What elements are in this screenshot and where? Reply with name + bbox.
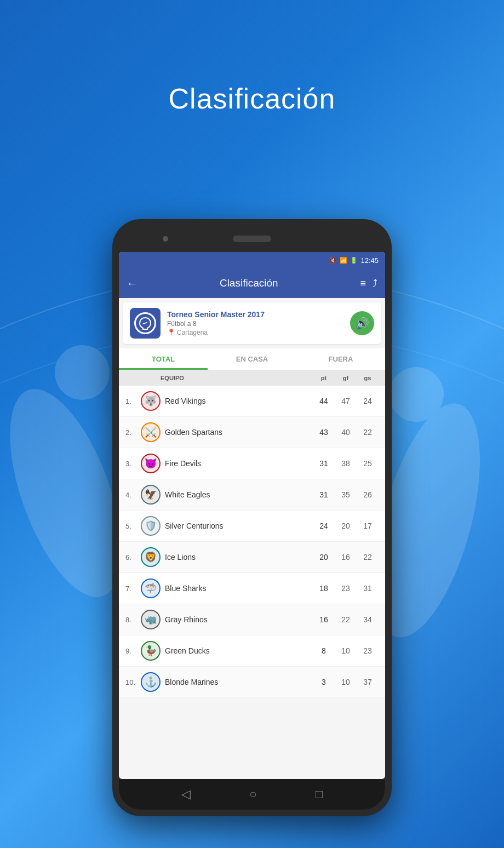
team-pt: 20: [313, 553, 335, 561]
team-name: Green Ducks: [165, 646, 313, 655]
team-badge: 🐺: [141, 391, 161, 411]
team-name: Blonde Marines: [165, 678, 313, 686]
status-icons: 🔇 📶 🔋 12:45: [329, 256, 379, 265]
team-pt: 43: [313, 428, 335, 437]
svg-point-3: [389, 367, 444, 422]
sound-icon: 🔊: [356, 317, 369, 330]
team-gs: 17: [357, 522, 379, 530]
table-header: EQUIPO pt gf gs: [119, 370, 385, 386]
mute-icon: 🔇: [329, 257, 337, 264]
tournament-location: 📍 Cartagena: [167, 329, 343, 336]
battery-icon: 🔋: [350, 257, 358, 264]
team-pt: 24: [313, 522, 335, 530]
team-gf: 23: [335, 584, 357, 593]
tournament-card: Torneo Senior Master 2017 Fútbol a 8 📍 C…: [123, 302, 381, 344]
table-row[interactable]: 2. ⚔️ Golden Spartans 43 40 22: [119, 417, 385, 448]
nav-home-button[interactable]: ○: [249, 787, 256, 801]
table-row[interactable]: 5. 🛡️ Silver Centurions 24 20 17: [119, 511, 385, 542]
team-rank: 7.: [125, 585, 141, 593]
team-rank: 1.: [125, 397, 141, 405]
team-name: Blue Sharks: [165, 584, 313, 593]
share-icon[interactable]: ⤴: [373, 278, 377, 289]
sound-button[interactable]: 🔊: [350, 311, 374, 335]
team-rank: 3.: [125, 460, 141, 468]
team-rank: 5.: [125, 522, 141, 530]
tab-away[interactable]: FUERA: [296, 348, 385, 370]
header-pt: pt: [313, 375, 335, 381]
teams-list: 1. 🐺 Red Vikings 44 47 24 2. ⚔️ Golden S…: [119, 386, 385, 779]
phone-device: 🔇 📶 🔋 12:45 ← Clasificación ≡ ⤴: [112, 219, 392, 816]
tournament-logo: [130, 308, 161, 339]
table-row[interactable]: 1. 🐺 Red Vikings 44 47 24: [119, 386, 385, 417]
team-gs: 25: [357, 459, 379, 468]
team-badge: 🦈: [141, 578, 161, 598]
team-name: Red Vikings: [165, 397, 313, 405]
team-gf: 22: [335, 615, 357, 624]
team-gf: 47: [335, 397, 357, 405]
table-row[interactable]: 8. 🦏 Gray Rhinos 16 22 34: [119, 604, 385, 635]
team-gs: 22: [357, 428, 379, 437]
team-badge: 🦏: [141, 610, 161, 629]
phone-nav-bar: ◁ ○ □: [119, 779, 385, 810]
status-bar: 🔇 📶 🔋 12:45: [119, 252, 385, 268]
team-rank: 6.: [125, 553, 141, 561]
team-badge: 🛡️: [141, 516, 161, 536]
team-gf: 40: [335, 428, 357, 437]
team-gf: 16: [335, 553, 357, 561]
team-badge: 😈: [141, 454, 161, 473]
team-gs: 24: [357, 397, 379, 405]
header-gs: gs: [357, 375, 379, 381]
app-bar: ← Clasificación ≡ ⤴: [119, 268, 385, 298]
signal-icon: 📶: [340, 257, 347, 264]
team-gs: 22: [357, 553, 379, 561]
app-bar-title: Clasificación: [144, 277, 353, 289]
tab-total[interactable]: TOTAL: [119, 348, 208, 370]
tournament-logo-inner: [134, 312, 156, 334]
tournament-name: Torneo Senior Master 2017: [167, 310, 343, 319]
team-badge: 🦆: [141, 641, 161, 661]
team-gf: 38: [335, 459, 357, 468]
team-name: Fire Devils: [165, 459, 313, 468]
nav-recent-button[interactable]: □: [316, 787, 323, 801]
tournament-type: Fútbol a 8: [167, 320, 343, 328]
teams-container: 1. 🐺 Red Vikings 44 47 24 2. ⚔️ Golden S…: [119, 386, 385, 698]
back-button[interactable]: ←: [127, 277, 138, 290]
tab-home[interactable]: EN CASA: [208, 348, 296, 370]
team-gs: 31: [357, 584, 379, 593]
nav-back-button[interactable]: ◁: [181, 787, 191, 801]
team-rank: 9.: [125, 647, 141, 655]
team-badge: ⚓: [141, 672, 161, 692]
team-gf: 10: [335, 646, 357, 655]
phone-screen: 🔇 📶 🔋 12:45 ← Clasificación ≡ ⤴: [119, 252, 385, 779]
team-badge: 🦅: [141, 485, 161, 505]
tournament-info: Torneo Senior Master 2017 Fútbol a 8 📍 C…: [167, 310, 343, 336]
team-pt: 31: [313, 490, 335, 499]
team-pt: 44: [313, 397, 335, 405]
phone-camera: [163, 236, 168, 242]
team-name: White Eagles: [165, 490, 313, 499]
team-gs: 37: [357, 678, 379, 686]
table-row[interactable]: 10. ⚓ Blonde Marines 3 10 37: [119, 667, 385, 698]
team-pt: 16: [313, 615, 335, 624]
phone-speaker: [233, 236, 271, 242]
team-gs: 26: [357, 490, 379, 499]
header-team: EQUIPO: [161, 375, 313, 381]
team-gf: 10: [335, 678, 357, 686]
team-gs: 34: [357, 615, 379, 624]
table-row[interactable]: 4. 🦅 White Eagles 31 35 26: [119, 479, 385, 511]
team-name: Golden Spartans: [165, 428, 313, 437]
status-time: 12:45: [360, 256, 379, 265]
table-row[interactable]: 3. 😈 Fire Devils 31 38 25: [119, 448, 385, 479]
list-icon[interactable]: ≡: [360, 278, 366, 289]
table-row[interactable]: 9. 🦆 Green Ducks 8 10 23: [119, 635, 385, 667]
table-row[interactable]: 6. 🦁 Ice Lions 20 16 22: [119, 542, 385, 573]
team-gf: 35: [335, 490, 357, 499]
team-pt: 31: [313, 459, 335, 468]
team-name: Gray Rhinos: [165, 615, 313, 624]
team-gs: 23: [357, 646, 379, 655]
team-badge: 🦁: [141, 547, 161, 567]
table-row[interactable]: 7. 🦈 Blue Sharks 18 23 31: [119, 573, 385, 604]
team-rank: 10.: [125, 678, 141, 686]
header-gf: gf: [335, 375, 357, 381]
team-pt: 8: [313, 646, 335, 655]
